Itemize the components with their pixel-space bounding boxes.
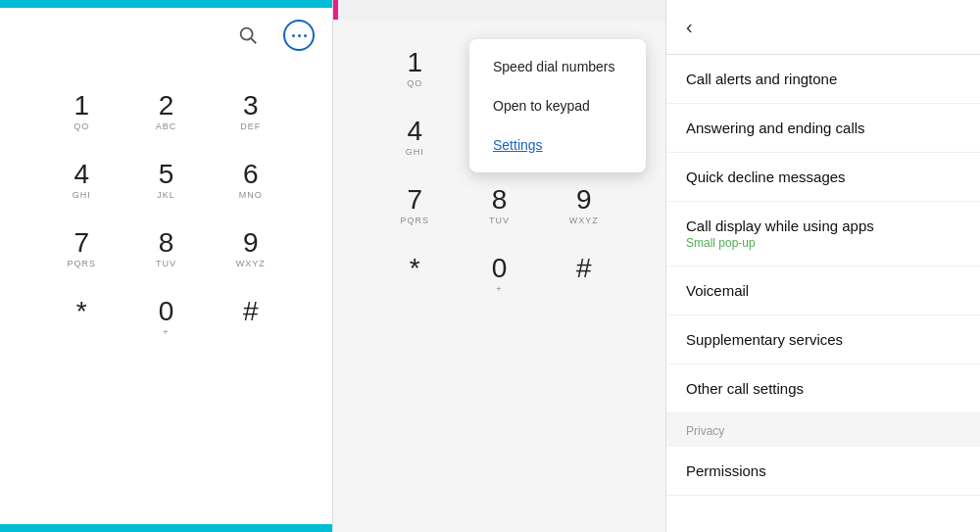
settings-item-label: Supplementary services <box>686 331 960 348</box>
key-letters: WXYZ <box>569 216 599 227</box>
key-num: 8 <box>492 186 508 214</box>
settings-item-8[interactable]: Permissions <box>666 447 980 496</box>
key-mid-8[interactable]: 8 TUV <box>457 176 541 237</box>
key-letters: TUV <box>156 259 176 270</box>
key-letters: PQRS <box>67 259 96 270</box>
menu-icon <box>283 20 315 51</box>
settings-header: ‹ <box>666 0 980 55</box>
app-wrapper: 1 QO 2 ABC 3 DEF 4 GHI 5 JKL 6 MNO 7 PQR… <box>0 0 980 532</box>
settings-item-label: Call display while using apps <box>686 218 960 234</box>
section-label: Privacy <box>686 424 724 438</box>
settings-item-label: Quick decline messages <box>686 169 960 185</box>
key-letters: WXYZ <box>236 259 266 270</box>
key-num: 8 <box>159 229 174 257</box>
key-letters: QO <box>74 121 89 133</box>
key-5[interactable]: 5 JKL <box>123 151 208 212</box>
settings-item-2[interactable]: Quick decline messages <box>666 153 980 202</box>
key-9[interactable]: 9 WXYZ <box>209 219 293 280</box>
key-num: 9 <box>576 186 592 214</box>
key-1[interactable]: 1 QO <box>39 82 123 143</box>
dropdown-menu: Speed dial numbersOpen to keypadSettings <box>469 39 646 172</box>
svg-line-1 <box>251 38 256 43</box>
settings-item-5[interactable]: Supplementary services <box>666 315 980 364</box>
dropdown-item[interactable]: Settings <box>469 125 646 165</box>
settings-section-divider: Privacy <box>666 413 980 447</box>
key-num: 2 <box>159 92 174 120</box>
settings-item-label: Permissions <box>686 462 960 479</box>
settings-item-4[interactable]: Voicemail <box>666 266 980 315</box>
settings-item-0[interactable]: Call alerts and ringtone <box>666 55 980 104</box>
dialer-panel-left: 1 QO 2 ABC 3 DEF 4 GHI 5 JKL 6 MNO 7 PQR… <box>0 0 333 532</box>
key-letters: GHI <box>406 147 424 159</box>
search-icon <box>237 24 259 46</box>
settings-item-sub: Small pop-up <box>686 236 960 250</box>
key-letters: PQRS <box>400 216 429 227</box>
key-0[interactable]: 0 + <box>123 288 208 349</box>
settings-item-1[interactable]: Answering and ending calls <box>666 104 980 153</box>
key-num: 4 <box>74 161 89 188</box>
keypad-left: 1 QO 2 ABC 3 DEF 4 GHI 5 JKL 6 MNO 7 PQR… <box>0 63 332 368</box>
key-mid-4[interactable]: 4 GHI <box>372 108 457 169</box>
dropdown-item[interactable]: Speed dial numbers <box>469 47 646 86</box>
key-mid-9[interactable]: 9 WXYZ <box>542 176 626 237</box>
svg-point-0 <box>241 28 253 40</box>
dialer-header-left <box>0 8 332 63</box>
search-button[interactable] <box>230 18 266 53</box>
dropdown-item[interactable]: Open to keypad <box>469 86 646 125</box>
key-letters: QO <box>407 78 422 90</box>
settings-item-3[interactable]: Call display while using appsSmall pop-u… <box>666 202 980 266</box>
settings-panel: ‹ Call alerts and ringtoneAnswering and … <box>666 0 980 532</box>
key-*[interactable]: * <box>39 288 123 349</box>
back-button[interactable]: ‹ <box>686 16 693 38</box>
key-mid-7[interactable]: 7 PQRS <box>372 176 457 237</box>
key-letters: DEF <box>240 121 261 133</box>
key-mid-*[interactable]: * <box>372 245 457 306</box>
key-letters: JKL <box>157 190 175 202</box>
menu-button[interactable] <box>281 18 317 53</box>
key-2[interactable]: 2 ABC <box>123 82 208 143</box>
key-num: 1 <box>74 92 89 120</box>
key-num: 0 <box>159 298 174 325</box>
key-num: 1 <box>407 49 422 76</box>
key-num: 4 <box>407 118 422 145</box>
key-num: 6 <box>243 161 259 188</box>
key-letters: ABC <box>156 121 177 133</box>
key-mid-0[interactable]: 0 + <box>457 245 541 306</box>
key-num: # <box>243 298 259 325</box>
key-#[interactable]: # <box>209 288 293 349</box>
settings-item-label: Voicemail <box>686 282 960 299</box>
settings-list: Call alerts and ringtoneAnswering and en… <box>666 55 980 532</box>
key-num: 0 <box>492 255 508 282</box>
settings-item-label: Other call settings <box>686 380 960 397</box>
dialer-panel-middle: Speed dial numbersOpen to keypadSettings… <box>333 0 666 532</box>
key-letters: + <box>496 284 502 296</box>
key-num: 9 <box>243 229 259 257</box>
key-4[interactable]: 4 GHI <box>39 151 123 212</box>
settings-item-label: Answering and ending calls <box>686 120 960 136</box>
key-num: * <box>76 298 87 325</box>
key-letters: TUV <box>489 216 510 227</box>
key-num: # <box>576 255 592 282</box>
key-3[interactable]: 3 DEF <box>209 82 293 143</box>
key-letters: + <box>163 327 169 339</box>
key-num: * <box>410 255 420 282</box>
key-num: 7 <box>407 186 422 214</box>
key-letters: MNO <box>239 190 263 202</box>
key-7[interactable]: 7 PQRS <box>39 219 123 280</box>
key-6[interactable]: 6 MNO <box>209 151 293 212</box>
middle-inner: Speed dial numbersOpen to keypadSettings… <box>333 20 665 532</box>
key-num: 3 <box>243 92 259 120</box>
settings-item-6[interactable]: Other call settings <box>666 364 980 413</box>
key-letters: GHI <box>73 190 91 202</box>
key-num: 7 <box>74 229 89 257</box>
key-8[interactable]: 8 TUV <box>123 219 208 280</box>
settings-item-label: Call alerts and ringtone <box>686 71 960 87</box>
key-mid-#[interactable]: # <box>542 245 626 306</box>
key-mid-1[interactable]: 1 QO <box>372 39 457 100</box>
key-num: 5 <box>159 161 174 188</box>
